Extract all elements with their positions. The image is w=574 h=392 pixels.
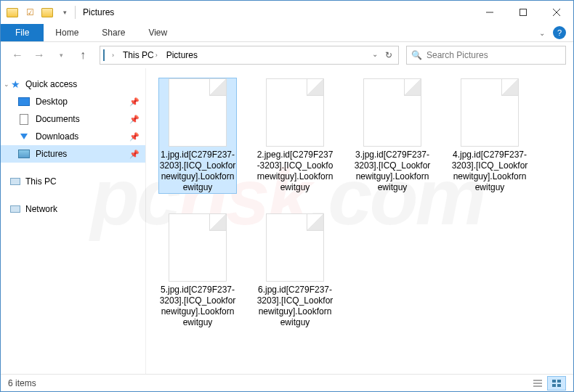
app-icon bbox=[7, 7, 18, 18]
crumb-pictures[interactable]: Pictures bbox=[163, 46, 201, 64]
star-icon: ★ bbox=[9, 78, 21, 90]
minimize-button[interactable] bbox=[473, 1, 506, 23]
file-icon bbox=[461, 78, 519, 147]
tab-view[interactable]: View bbox=[137, 24, 179, 41]
file-icon bbox=[363, 78, 421, 147]
tab-home[interactable]: Home bbox=[44, 24, 90, 41]
recent-dropdown-icon[interactable]: ▾ bbox=[52, 46, 70, 65]
pc-icon bbox=[9, 176, 21, 187]
qat-properties-icon[interactable]: ☑ bbox=[24, 7, 36, 18]
view-details-button[interactable] bbox=[528, 376, 547, 391]
file-icon bbox=[169, 78, 227, 147]
nav-network[interactable]: Network bbox=[1, 200, 145, 218]
file-name: 4.jpg.id[C279F237-3203].[ICQ_Lookfornewi… bbox=[451, 150, 528, 193]
file-item[interactable]: 1.jpg.id[C279F237-3203].[ICQ_Lookfornewi… bbox=[159, 78, 236, 193]
titlebar: ☑ ▾ Pictures bbox=[1, 1, 573, 24]
qat-dropdown-icon[interactable]: ▾ bbox=[59, 7, 70, 18]
file-item[interactable]: 4.jpg.id[C279F237-3203].[ICQ_Lookfornewi… bbox=[451, 78, 528, 193]
file-name: 6.jpg.id[C279F237-3203].[ICQ_Lookfornewi… bbox=[256, 285, 334, 328]
crumb-root-arrow[interactable]: › bbox=[108, 46, 117, 64]
search-input[interactable]: 🔍 Search Pictures bbox=[406, 46, 566, 65]
nav-quickaccess[interactable]: ⌄ ★ Quick access bbox=[1, 75, 145, 93]
file-icon bbox=[169, 213, 227, 282]
pin-icon: 📌 bbox=[129, 132, 140, 142]
file-name: 2.jpeg.id[C279F237-3203].[ICQ_Lookfornew… bbox=[256, 150, 334, 193]
svg-rect-10 bbox=[557, 384, 561, 387]
pictures-icon bbox=[18, 148, 30, 160]
file-name: 1.jpg.id[C279F237-3203].[ICQ_Lookfornewi… bbox=[159, 150, 236, 193]
window-title: Pictures bbox=[83, 7, 114, 17]
explorer-window: pcrisk.com ☑ ▾ Pictures File Home Share … bbox=[0, 0, 574, 392]
chevron-down-icon[interactable]: ⌄ bbox=[4, 81, 9, 88]
documents-icon bbox=[18, 113, 30, 125]
file-item[interactable]: 6.jpg.id[C279F237-3203].[ICQ_Lookfornewi… bbox=[256, 213, 334, 328]
svg-rect-7 bbox=[552, 380, 556, 383]
search-icon: 🔍 bbox=[411, 50, 422, 60]
network-icon bbox=[9, 203, 21, 215]
close-button[interactable] bbox=[540, 1, 573, 23]
ribbon-expand-icon[interactable]: ⌄ bbox=[531, 24, 553, 41]
file-item[interactable]: 3.jpg.id[C279F237-3203].[ICQ_Lookfornewi… bbox=[354, 78, 431, 193]
status-bar: 6 items bbox=[1, 374, 573, 391]
nav-documents[interactable]: Documents📌 bbox=[1, 110, 145, 128]
file-list[interactable]: 1.jpg.id[C279F237-3203].[ICQ_Lookfornewi… bbox=[146, 68, 573, 374]
nav-downloads[interactable]: Downloads📌 bbox=[1, 128, 145, 145]
file-tab[interactable]: File bbox=[1, 24, 44, 41]
nav-desktop[interactable]: Desktop📌 bbox=[1, 93, 145, 110]
view-icons-button[interactable] bbox=[547, 376, 566, 391]
maximize-button[interactable] bbox=[506, 1, 540, 23]
nav-thispc[interactable]: This PC bbox=[1, 173, 145, 190]
crumb-thispc[interactable]: This PC› bbox=[120, 46, 161, 64]
file-item[interactable]: 2.jpeg.id[C279F237-3203].[ICQ_Lookfornew… bbox=[256, 78, 334, 193]
svg-rect-8 bbox=[557, 380, 561, 383]
navigation-pane: ⌄ ★ Quick access Desktop📌 Documents📌 Dow… bbox=[1, 68, 146, 374]
svg-rect-1 bbox=[520, 9, 527, 16]
address-bar[interactable]: › This PC› Pictures ⌄ ↻ bbox=[100, 46, 399, 65]
nav-pictures[interactable]: Pictures📌 bbox=[1, 145, 145, 163]
refresh-button[interactable]: ↻ bbox=[382, 50, 395, 60]
separator bbox=[75, 6, 76, 19]
pin-icon: 📌 bbox=[129, 97, 140, 107]
up-button[interactable]: ↑ bbox=[73, 46, 92, 65]
address-dropdown-icon[interactable]: ⌄ bbox=[369, 50, 381, 60]
desktop-icon bbox=[18, 96, 30, 107]
back-button[interactable]: ← bbox=[8, 46, 27, 65]
ribbon: File Home Share View ⌄ ? bbox=[1, 24, 573, 42]
search-placeholder: Search Pictures bbox=[427, 50, 488, 60]
file-name: 5.jpg.id[C279F237-3203].[ICQ_Lookfornewi… bbox=[159, 285, 236, 328]
file-item[interactable]: 5.jpg.id[C279F237-3203].[ICQ_Lookfornewi… bbox=[159, 213, 236, 328]
svg-rect-9 bbox=[552, 384, 556, 387]
help-button[interactable]: ? bbox=[553, 26, 566, 39]
downloads-icon bbox=[18, 131, 30, 142]
tab-share[interactable]: Share bbox=[90, 24, 137, 41]
qat-newfolder-icon[interactable] bbox=[41, 7, 53, 18]
item-count: 6 items bbox=[8, 378, 36, 388]
forward-button[interactable]: → bbox=[30, 46, 49, 65]
file-name: 3.jpg.id[C279F237-3203].[ICQ_Lookfornewi… bbox=[354, 150, 431, 193]
pin-icon: 📌 bbox=[129, 115, 140, 124]
file-icon bbox=[266, 78, 324, 147]
location-icon bbox=[103, 50, 105, 60]
pin-icon: 📌 bbox=[129, 150, 140, 159]
file-icon bbox=[266, 213, 324, 282]
navbar: ← → ▾ ↑ › This PC› Pictures ⌄ ↻ 🔍 Search… bbox=[1, 42, 573, 68]
